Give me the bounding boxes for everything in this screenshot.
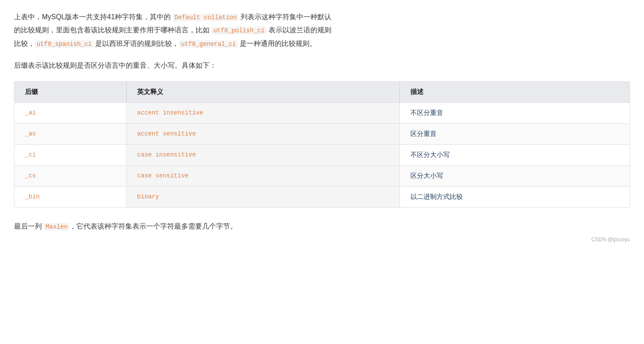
table-row: _binbinary以二进制方式比较 <box>14 186 630 207</box>
footer-paragraph: 最后一列 Maxlen，它代表该种字符集表示一个字符最多需要几个字节。 <box>14 220 630 233</box>
cell-desc: 以二进制方式比较 <box>399 186 630 207</box>
table-row: _cscase sensitive区分大小写 <box>14 165 630 186</box>
intro-code2: utf8_polish_ci <box>211 27 266 35</box>
cell-desc: 不区分重音 <box>399 102 630 123</box>
cell-suffix: _ci <box>14 144 127 165</box>
cell-english: case sensitive <box>127 165 400 186</box>
footer-text-after: ，它代表该种字符集表示一个字符最多需要几个字节。 <box>69 222 237 230</box>
table-body: _aiaccent insensitive不区分重音_asaccent sens… <box>14 102 630 207</box>
intro-line2-before: 的比较规则，里面包含着该比较规则主要作用于哪种语言，比如 <box>14 26 211 34</box>
cell-suffix: _bin <box>14 186 127 207</box>
table-row: _cicase insensitive不区分大小写 <box>14 144 630 165</box>
intro-code3: utf8_spanish_ci <box>35 40 93 48</box>
cell-english: accent sensitive <box>127 123 400 144</box>
intro-code4: utf8_general_ci <box>179 40 238 48</box>
suffix-table-wrapper: 后缀 英文释义 描述 _aiaccent insensitive不区分重音_as… <box>14 81 630 208</box>
table-header-row: 后缀 英文释义 描述 <box>14 82 630 103</box>
suffix-table: 后缀 英文释义 描述 _aiaccent insensitive不区分重音_as… <box>14 82 630 207</box>
cell-suffix: _as <box>14 123 127 144</box>
table-row: _asaccent sensitive区分重音 <box>14 123 630 144</box>
csdn-label: CSDN @lpruoyu <box>591 236 630 243</box>
csdn-badge: CSDN @lpruoyu <box>14 236 630 243</box>
table-row: _aiaccent insensitive不区分重音 <box>14 102 630 123</box>
cell-english: case insensitive <box>127 144 400 165</box>
col-header-suffix: 后缀 <box>14 82 127 103</box>
cell-english: binary <box>127 186 400 207</box>
intro-line2-after: 表示以波兰语的规则 <box>266 26 331 34</box>
intro-paragraph: 上表中，MySQL版本一共支持41种字符集，其中的 Default collat… <box>14 10 630 50</box>
table-header: 后缀 英文释义 描述 <box>14 82 630 103</box>
intro-line3-before: 比较， <box>14 40 35 47</box>
footer-text-before: 最后一列 <box>14 222 44 230</box>
intro-code1: Default collation <box>173 14 239 21</box>
intro-line3-after: 是一种通用的比较规则。 <box>238 40 317 47</box>
suffix-intro-text: 后缀表示该比较规则是否区分语言中的重音、大小写。具体如下： <box>14 59 630 72</box>
intro-line1-after: 列表示这种字符集中一种默认 <box>238 13 331 21</box>
cell-desc: 区分大小写 <box>399 165 630 186</box>
cell-suffix: _cs <box>14 165 127 186</box>
cell-suffix: _ai <box>14 102 127 123</box>
col-header-desc: 描述 <box>399 82 630 103</box>
intro-line3-mid: 是以西班牙语的规则比较， <box>93 40 179 47</box>
footer-code: Maxlen <box>44 223 69 231</box>
col-header-english: 英文释义 <box>127 82 400 103</box>
cell-desc: 不区分大小写 <box>399 144 630 165</box>
cell-desc: 区分重音 <box>399 123 630 144</box>
cell-english: accent insensitive <box>127 102 400 123</box>
intro-line1-before: 上表中，MySQL版本一共支持41种字符集，其中的 <box>14 13 173 21</box>
